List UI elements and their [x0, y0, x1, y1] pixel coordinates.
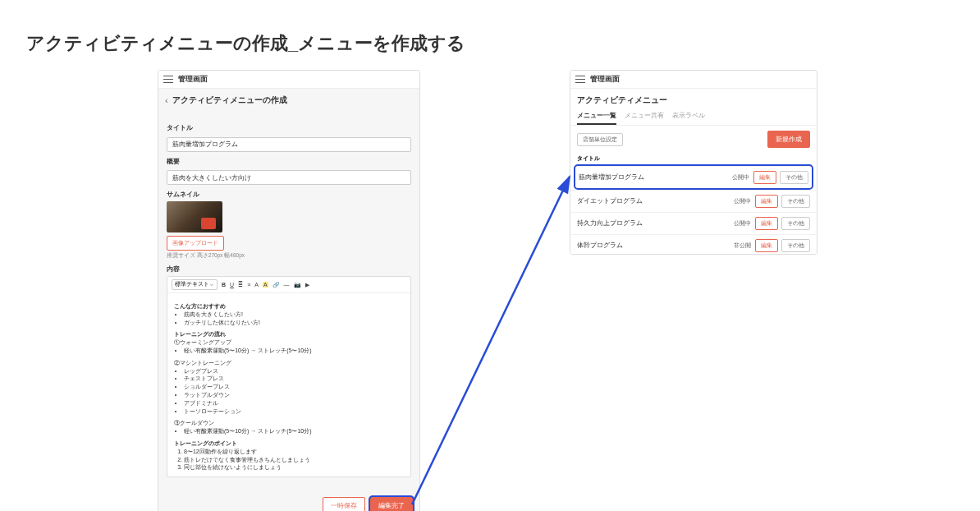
footer-actions: 一時保存 編集完了 [323, 497, 413, 511]
edit-button[interactable]: 編集 [755, 217, 778, 230]
upload-button[interactable]: 画像アップロード [167, 236, 224, 251]
summary-input[interactable] [167, 170, 411, 185]
thumb-label: サムネイル [167, 190, 411, 199]
image-icon[interactable]: 📷 [294, 282, 301, 288]
edit-button[interactable]: 編集 [753, 171, 776, 184]
row-title: ダイエットプログラム [577, 197, 734, 205]
highlight-icon[interactable]: A [263, 282, 268, 288]
other-button[interactable]: その他 [781, 195, 810, 208]
row-status: 公開中 [732, 173, 749, 182]
app-title-r: 管理画面 [590, 74, 620, 85]
sub-header: ‹ アクティビティメニューの作成 [158, 89, 419, 112]
draft-button[interactable]: 一時保存 [323, 497, 365, 511]
tab-list[interactable]: メニュー一覧 [577, 108, 616, 125]
tab-bar: メニュー一覧 メニュー共有 表示ラベル [570, 108, 817, 126]
table-row: 体幹プログラム 非公開 編集 その他 [570, 234, 817, 255]
column-title: タイトル [570, 153, 817, 164]
ol-icon[interactable]: ≣ [238, 282, 243, 288]
other-button[interactable]: その他 [781, 217, 810, 230]
header-bar: 管理画面 [158, 71, 419, 89]
list-recommend: 筋肉を大きくしたい方! ガッチリした体になりたい方! [174, 311, 404, 327]
edit-button[interactable]: 編集 [755, 195, 778, 208]
title-label: タイトル [167, 123, 411, 132]
table-row: 持久力向上プログラム 公開中 編集 その他 [570, 212, 817, 234]
menu-icon[interactable] [163, 76, 173, 84]
back-icon[interactable]: ‹ [165, 95, 168, 105]
row-title: 筋肉量増加プログラム [579, 173, 732, 182]
row-title: 体幹プログラム [577, 242, 734, 250]
svg-line-0 [412, 177, 570, 504]
title-input[interactable] [167, 137, 411, 152]
other-button[interactable]: その他 [781, 239, 810, 252]
actions-row: 店舗単位設定 新規作成 [570, 126, 817, 153]
page-title: アクティビティメニューの作成_メニューを作成する [26, 31, 465, 56]
form-body: タイトル 概要 サムネイル 画像アップロード 推奨サイズ 高さ270px 幅48… [158, 112, 419, 511]
other-button[interactable]: その他 [780, 171, 808, 184]
summary-label: 概要 [167, 157, 411, 166]
row-status: 公開中 [734, 197, 751, 205]
app-title: 管理画面 [178, 74, 208, 85]
row-status: 公開中 [734, 219, 751, 228]
header-bar-r: 管理画面 [570, 71, 817, 89]
style-select[interactable]: 標準テキスト [172, 279, 218, 290]
sub-title-r: アクティビティメニュー [577, 94, 810, 106]
hr-icon[interactable]: — [284, 282, 290, 288]
rich-editor: 標準テキスト B U ≣ ≡ A A 🔗 — 📷 ▶ こんな方におすすめ 筋肉を… [167, 276, 411, 477]
tab-label[interactable]: 表示ラベル [672, 108, 705, 125]
thumbnail-image [167, 201, 222, 232]
link-icon[interactable]: 🔗 [272, 282, 280, 288]
video-icon[interactable]: ▶ [305, 282, 309, 288]
tab-share[interactable]: メニュー共有 [625, 108, 664, 125]
ul-icon[interactable]: ≡ [247, 282, 250, 288]
table-row: 筋肉量増加プログラム 公開中 編集 その他 [575, 166, 812, 188]
create-panel: 管理画面 ‹ アクティビティメニューの作成 タイトル 概要 サムネイル 画像アッ… [158, 70, 420, 511]
content-label: 内容 [167, 265, 411, 274]
menu-icon-r[interactable] [575, 76, 585, 84]
size-hint: 推奨サイズ 高さ270px 幅480px [167, 252, 411, 260]
row-title: 持久力向上プログラム [577, 219, 734, 228]
annotation-arrow [0, 0, 980, 511]
edit-button[interactable]: 編集 [755, 239, 778, 252]
sub-title: アクティビティメニューの作成 [172, 94, 287, 106]
table-row: ダイエットプログラム 公開中 編集 その他 [570, 190, 817, 212]
submit-button[interactable]: 編集完了 [370, 497, 413, 511]
underline-icon[interactable]: U [230, 282, 234, 288]
store-settings-button[interactable]: 店舗単位設定 [577, 133, 623, 146]
row-status: 非公開 [734, 242, 751, 250]
list-panel: 管理画面 アクティビティメニュー メニュー一覧 メニュー共有 表示ラベル 店舗単… [570, 70, 817, 255]
font-icon[interactable]: A [254, 282, 259, 288]
bold-icon[interactable]: B [222, 282, 226, 288]
new-button[interactable]: 新規作成 [767, 131, 810, 148]
editor-toolbar: 標準テキスト B U ≣ ≡ A A 🔗 — 📷 ▶ [167, 277, 410, 293]
editor-content[interactable]: こんな方におすすめ 筋肉を大きくしたい方! ガッチリした体になりたい方! トレー… [167, 293, 410, 476]
